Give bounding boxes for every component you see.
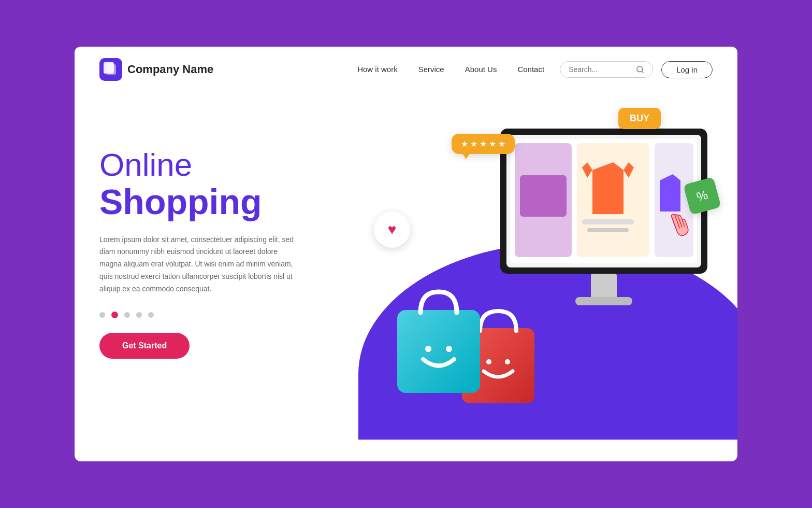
nav-links: How it work Service About Us Contact <box>357 65 544 74</box>
heart-icon: ♥ <box>388 221 397 238</box>
page-container: Company Name How it work Service About U… <box>75 47 737 461</box>
svg-rect-14 <box>587 228 629 232</box>
svg-point-22 <box>505 359 510 364</box>
svg-line-1 <box>642 71 643 73</box>
bag-teal <box>389 279 488 398</box>
nav-link-about-us[interactable]: About Us <box>465 65 497 74</box>
navbar: Company Name How it work Service About U… <box>75 47 737 92</box>
nav-item-service[interactable]: Service <box>418 65 444 74</box>
nav-item-how-it-work[interactable]: How it work <box>357 65 398 74</box>
svg-rect-13 <box>582 219 634 224</box>
search-box <box>560 61 653 78</box>
nav-link-how-it-work[interactable]: How it work <box>357 65 398 74</box>
svg-rect-5 <box>575 297 632 305</box>
dot-2[interactable] <box>124 312 130 318</box>
svg-rect-17 <box>397 310 480 393</box>
dots-row <box>99 312 358 318</box>
dot-4[interactable] <box>148 312 154 318</box>
star-5: ★ <box>498 139 505 149</box>
login-button[interactable]: Log in <box>661 61 713 78</box>
nav-link-service[interactable]: Service <box>418 65 444 74</box>
star-1: ★ <box>461 139 468 149</box>
hero-title-line1: Online <box>99 147 358 182</box>
stars-bubble: ★ ★ ★ ★ ★ <box>452 134 515 154</box>
get-started-button[interactable]: Get Started <box>99 333 190 359</box>
nav-item-contact[interactable]: Contact <box>517 65 544 74</box>
company-name: Company Name <box>127 63 213 76</box>
heart-bubble: ♥ <box>374 211 410 248</box>
search-input[interactable] <box>569 65 632 74</box>
star-4: ★ <box>489 139 496 149</box>
dot-3[interactable] <box>136 312 142 318</box>
hero-title-line2: Shopping <box>99 182 358 221</box>
star-2: ★ <box>470 139 477 149</box>
svg-rect-4 <box>591 274 617 300</box>
search-icon <box>636 65 644 74</box>
svg-marker-10 <box>592 162 624 214</box>
nav-item-about-us[interactable]: About Us <box>465 65 497 74</box>
buy-badge[interactable]: BUY <box>618 108 661 129</box>
hero-left: Online Shopping Lorem ipsum dolor sit am… <box>99 147 358 401</box>
hero-section: Online Shopping Lorem ipsum dolor sit am… <box>75 92 737 440</box>
nav-link-contact[interactable]: Contact <box>517 65 544 74</box>
svg-point-19 <box>446 346 452 352</box>
dot-1[interactable] <box>111 312 118 318</box>
logo-area: Company Name <box>99 58 213 81</box>
hero-right: ★ ★ ★ ★ ★ ♥ BUY % <box>358 108 713 440</box>
svg-marker-16 <box>660 174 680 211</box>
svg-rect-8 <box>520 175 567 217</box>
logo-icon <box>99 58 122 81</box>
star-3: ★ <box>480 139 487 149</box>
hero-description: Lorem ipsum dolor sit amet, consectetuer… <box>99 234 296 295</box>
svg-point-18 <box>425 346 431 352</box>
dot-0[interactable] <box>99 312 105 318</box>
